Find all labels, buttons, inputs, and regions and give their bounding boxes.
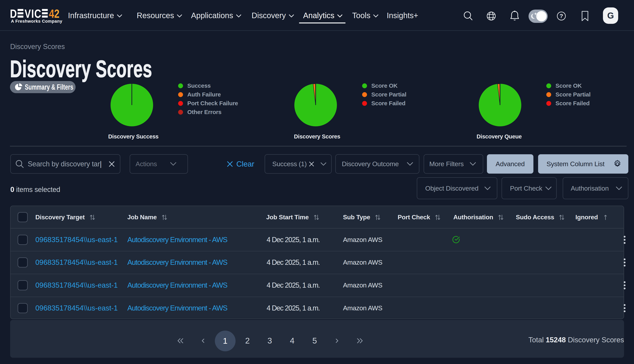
svg-text:?: ? (560, 13, 563, 19)
svg-text:V: V (24, 9, 31, 18)
svg-text:C: C (34, 9, 41, 18)
svg-text:42: 42 (49, 9, 60, 18)
svg-text:D: D (10, 9, 17, 18)
svg-text:I: I (31, 9, 34, 18)
